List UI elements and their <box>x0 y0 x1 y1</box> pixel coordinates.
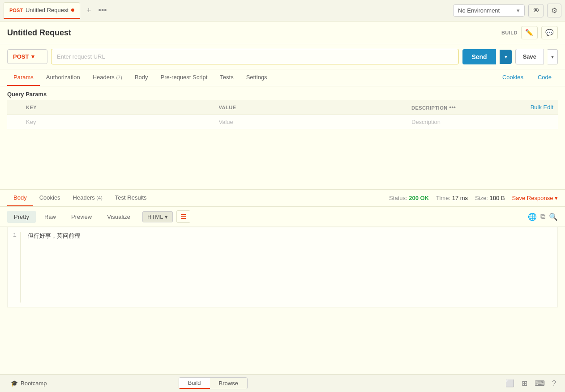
col-desc-header: DESCRIPTION ••• Bulk Edit <box>407 100 558 115</box>
params-table: KEY VALUE DESCRIPTION ••• Bulk Edit Key … <box>7 100 558 129</box>
build-browse-toggle: Build Browse <box>179 377 248 389</box>
format-value: HTML <box>147 213 163 220</box>
response-text: 但行好事，莫问前程 <box>28 232 80 240</box>
col-key-header: KEY <box>21 100 214 115</box>
method-value: POST <box>13 53 29 60</box>
edit-icon-button[interactable]: ✏️ <box>521 26 538 39</box>
table-row: Key Value Description <box>7 115 558 129</box>
tab-actions: + ••• <box>84 4 109 17</box>
save-button[interactable]: Save <box>515 49 544 64</box>
tab-item[interactable]: POST Untitled Request <box>4 2 80 19</box>
fmt-pretty[interactable]: Pretty <box>7 211 36 223</box>
tab-code[interactable]: Code <box>531 69 558 86</box>
tab-authorization[interactable]: Authorization <box>40 69 86 86</box>
tab-bar: POST Untitled Request + ••• No Environme… <box>0 0 565 21</box>
resp-tab-headers[interactable]: Headers (4) <box>67 190 109 206</box>
status-value: 200 OK <box>409 195 429 201</box>
environment-select[interactable]: No Environment ▾ <box>453 4 525 17</box>
fmt-preview[interactable]: Preview <box>64 211 98 223</box>
tab-right-area: Cookies Code <box>496 69 558 86</box>
word-wrap-button[interactable]: ☰ <box>176 210 190 223</box>
eye-icon-button[interactable]: 👁 <box>528 4 544 17</box>
sidebar-left-icon[interactable]: ⬜ <box>504 377 516 389</box>
request-header: Untitled Request BUILD ✏️ 💬 <box>0 21 565 44</box>
response-icons: 🌐 ⧉ 🔍 <box>528 213 558 221</box>
dots-menu-button[interactable]: ••• <box>449 104 456 111</box>
chevron-down-icon: ▾ <box>165 213 168 220</box>
size-label: Size: <box>475 195 488 201</box>
keyboard-icon[interactable]: ⌨ <box>533 377 547 389</box>
search-icon-button[interactable]: 🔍 <box>549 213 558 221</box>
description-cell[interactable]: Description <box>407 115 558 129</box>
bootcamp-icon: 🎓 <box>11 380 18 387</box>
code-line-1: 但行好事，莫问前程 <box>28 232 552 240</box>
globe-icon[interactable]: 🌐 <box>528 213 537 221</box>
bottom-icons: ⬜ ⊞ ⌨ ? <box>504 377 558 389</box>
browse-button[interactable]: Browse <box>210 378 247 389</box>
bootcamp-button[interactable]: 🎓 Bootcamp <box>7 378 51 388</box>
build-label: BUILD <box>501 30 518 35</box>
value-cell[interactable]: Value <box>214 115 407 129</box>
tab-unsaved-dot <box>71 9 74 12</box>
tab-method: POST <box>9 8 23 13</box>
response-format-bar: Pretty Raw Preview Visualize HTML ▾ ☰ 🌐 … <box>0 207 565 227</box>
method-select[interactable]: POST ▾ <box>7 49 47 64</box>
tab-params[interactable]: Params <box>7 69 40 86</box>
time-value: 17 ms <box>452 195 468 201</box>
tab-pre-request-script[interactable]: Pre-request Script <box>154 69 214 86</box>
save-response-button[interactable]: Save Response ▾ <box>512 195 558 201</box>
bootcamp-label: Bootcamp <box>21 380 47 387</box>
page-title: Untitled Request <box>7 28 71 38</box>
settings-icon-button[interactable]: ⚙ <box>547 4 561 17</box>
tab-name: Untitled Request <box>26 7 68 13</box>
size-value: 180 B <box>490 195 505 201</box>
fmt-visualize[interactable]: Visualize <box>100 211 137 223</box>
url-input[interactable] <box>51 49 459 64</box>
response-content: 1 但行好事，莫问前程 <box>7 227 558 307</box>
env-area: No Environment ▾ 👁 ⚙ <box>453 4 561 17</box>
copy-icon-button[interactable]: ⧉ <box>540 213 545 221</box>
more-tabs-button[interactable]: ••• <box>96 4 110 17</box>
tab-settings[interactable]: Settings <box>240 69 274 86</box>
help-icon[interactable]: ? <box>550 377 558 389</box>
row-checkbox-cell <box>7 115 21 129</box>
bulk-edit-button[interactable]: Bulk Edit <box>531 104 553 111</box>
status-label: Status: 200 OK <box>389 195 429 201</box>
status-text-label: Status: <box>389 195 407 201</box>
time-label: Time: <box>436 195 450 201</box>
url-bar: POST ▾ Send ▾ Save ▾ <box>0 44 565 69</box>
tab-tests[interactable]: Tests <box>214 69 240 86</box>
key-cell[interactable]: Key <box>21 115 214 129</box>
tab-body[interactable]: Body <box>128 69 154 86</box>
response-status-area: Status: 200 OK Time: 17 ms Size: 180 B S… <box>389 195 558 201</box>
add-tab-button[interactable]: + <box>84 4 94 17</box>
send-button[interactable]: Send <box>462 49 496 64</box>
chevron-down-icon: ▾ <box>517 7 520 14</box>
response-tabs-bar: Body Cookies Headers (4) Test Results St… <box>0 189 565 207</box>
build-button[interactable]: Build <box>179 378 210 389</box>
resp-tab-test-results[interactable]: Test Results <box>109 190 153 206</box>
size-area: Size: 180 B <box>475 195 505 201</box>
save-dropdown-button[interactable]: ▾ <box>548 49 558 64</box>
tab-cookies[interactable]: Cookies <box>496 69 530 86</box>
build-area: BUILD ✏️ 💬 <box>501 26 558 39</box>
chevron-down-icon: ▾ <box>31 53 34 60</box>
fmt-raw[interactable]: Raw <box>38 211 63 223</box>
resp-tab-body[interactable]: Body <box>7 190 33 206</box>
tab-headers[interactable]: Headers (7) <box>86 69 128 86</box>
comment-icon-button[interactable]: 💬 <box>541 26 558 39</box>
resp-tab-cookies[interactable]: Cookies <box>33 190 67 206</box>
env-label: No Environment <box>458 7 500 14</box>
line-numbers: 1 <box>13 232 21 303</box>
params-empty-area <box>0 131 565 189</box>
params-section: Query Params KEY VALUE DESCRIPTION ••• B… <box>0 86 565 131</box>
time-area: Time: 17 ms <box>436 195 468 201</box>
request-tabs: Params Authorization Headers (7) Body Pr… <box>0 69 565 86</box>
send-dropdown-button[interactable]: ▾ <box>500 50 512 64</box>
format-select-dropdown[interactable]: HTML ▾ <box>142 211 173 222</box>
col-value-header: VALUE <box>214 100 407 115</box>
query-params-label: Query Params <box>7 91 558 98</box>
split-view-icon[interactable]: ⊞ <box>520 377 529 389</box>
bottom-bar: 🎓 Bootcamp Build Browse ⬜ ⊞ ⌨ ? <box>0 374 565 392</box>
col-check-header <box>7 100 21 115</box>
